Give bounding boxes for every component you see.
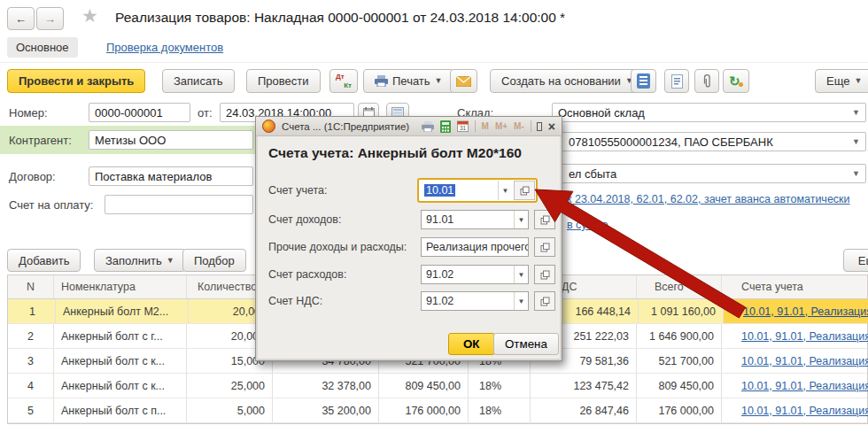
add-row-button[interactable]: Добавить (7, 249, 81, 272)
open-button[interactable] (534, 210, 555, 229)
vat-in-sum-link[interactable]: в сумме (567, 219, 608, 231)
other-income-expenses-input[interactable]: Реализация прочего▼ (421, 237, 529, 257)
memory-mminus-button[interactable]: M- (514, 121, 524, 131)
post-button[interactable]: Провести (246, 69, 321, 93)
chevron-down-icon[interactable]: ▼ (514, 266, 528, 283)
print-button[interactable]: Печать▼ (363, 69, 454, 93)
paperclip-icon (701, 74, 712, 89)
table-cell-total[interactable]: 176 000,00 (637, 398, 722, 422)
table-more-button[interactable]: Еще (843, 249, 868, 272)
table-cell-vat[interactable]: 123 475,42 (531, 374, 637, 398)
close-icon[interactable]: × (548, 120, 555, 133)
chevron-down-icon[interactable]: ▼ (849, 108, 860, 117)
open-button[interactable] (534, 265, 555, 284)
debit-credit-button[interactable]: ДтКт (329, 69, 358, 93)
table-cell-sum[interactable]: 176 000,00 (379, 398, 469, 422)
table-cell-vat[interactable]: 26 847,46 (531, 398, 637, 422)
table-cell-qty[interactable]: 25,000 (187, 374, 273, 398)
accounts-link[interactable]: 10.01, 91.01, Реализация (741, 405, 868, 417)
table-cell-total[interactable]: 521 700,00 (637, 349, 722, 373)
save-button[interactable]: Записать (162, 69, 235, 93)
income-account-input[interactable]: 91.01▼ (421, 210, 529, 229)
table-cell-n[interactable]: 1 (10, 299, 56, 323)
tab-check-documents[interactable]: Проверка документов (106, 41, 223, 54)
account-input[interactable]: 10.01 ▼ (420, 181, 512, 200)
settlements-link[interactable]: к 23.04.2018, 62.01, 62.02, зачет аванса… (567, 193, 850, 205)
tab-main[interactable]: Основное (7, 37, 78, 58)
table-cell-n[interactable]: 3 (8, 349, 54, 373)
accounts-link[interactable]: 10.01, 91.01, Реализация (743, 305, 868, 318)
chevron-down-icon[interactable]: ▼ (849, 137, 860, 146)
table-cell-sum[interactable]: 809 450,00 (379, 374, 469, 398)
table-cell-accounts: 10.01, 91.01, Реализация (722, 374, 868, 398)
chevron-down-icon[interactable]: ▼ (849, 169, 860, 178)
history-button[interactable]: ↻ (723, 69, 749, 93)
number-label: Номер: (9, 106, 48, 120)
back-button[interactable]: ← (7, 7, 35, 30)
table-cell-n[interactable]: 2 (8, 324, 54, 348)
more-button[interactable]: Еще▼ (815, 69, 868, 93)
fill-button[interactable]: Заполнить▼ (94, 249, 186, 272)
app-window: ← → ★ Реализация товаров: Накладная 0000… (0, 0, 868, 425)
create-based-on-button[interactable]: Создать на основании▼ (490, 69, 645, 93)
document-check-button[interactable] (664, 69, 689, 93)
dialog-titlebar[interactable]: Счета ... (1С:Предприятие) 31 M M+ M- × (256, 117, 562, 136)
expense-account-input[interactable]: 91.02▼ (421, 265, 529, 284)
chevron-down-icon[interactable]: ▼ (514, 292, 528, 310)
accounts-link[interactable]: 10.01, 91.01, Реализация (741, 355, 868, 367)
table-cell-name[interactable]: Анкерный болт с к... (54, 349, 187, 373)
open-button[interactable] (534, 291, 555, 311)
dialog-print-icon[interactable] (422, 121, 434, 132)
warehouse-field[interactable]: Основной склад▼ (552, 103, 866, 122)
memory-m-button[interactable]: M (482, 121, 489, 131)
column-header[interactable]: N (8, 275, 54, 298)
payment-invoice-field[interactable] (105, 195, 253, 214)
account-field-focused: 10.01 ▼ (417, 178, 538, 203)
column-header[interactable]: Счета учета (722, 275, 868, 298)
table-cell-name[interactable]: Анкерный болт М2... (56, 299, 189, 323)
memory-mplus-button[interactable]: M+ (495, 121, 508, 131)
open-button[interactable] (514, 181, 535, 200)
column-header[interactable]: Всего (637, 275, 722, 298)
table-row[interactable]: 5Анкерный болт с п...5,00035 200,00176 0… (8, 398, 867, 423)
table-cell-total[interactable]: 1 091 160,00 (639, 299, 724, 323)
send-email-button[interactable] (450, 69, 477, 93)
vat-account-label: Счет НДС: (268, 295, 322, 307)
chevron-down-icon[interactable]: ▼ (514, 211, 528, 228)
bank-account-field[interactable]: 07810555000001234, ПАО СБЕРБАНК▼ (552, 132, 866, 151)
contragent-field[interactable]: Метизы ООО (89, 130, 253, 150)
attachments-button[interactable] (694, 69, 719, 93)
number-field[interactable]: 0000-000001 (89, 103, 190, 122)
maximize-icon[interactable] (537, 122, 542, 131)
table-cell-n[interactable]: 4 (8, 374, 54, 398)
table-cell-name[interactable]: Анкерный болт с п... (54, 398, 187, 422)
chevron-down-icon[interactable]: ▼ (498, 181, 512, 200)
cancel-button[interactable]: Отмена (493, 333, 559, 355)
table-cell-n[interactable]: 5 (8, 398, 54, 422)
forward-button[interactable]: → (36, 7, 64, 30)
table-cell-qty[interactable]: 5,000 (187, 398, 273, 422)
favorite-star-icon[interactable]: ★ (81, 5, 98, 27)
table-cell-price[interactable]: 35 200,00 (273, 398, 379, 422)
calendar-31-icon[interactable]: 31 (457, 120, 469, 132)
table-cell-name[interactable]: Анкерный болт с к... (54, 374, 187, 398)
accounts-link[interactable]: 10.01, 91.01, Реализация (741, 380, 868, 392)
reports-button[interactable] (631, 69, 656, 93)
accounts-link[interactable]: 10.01, 91.01, Реализация (741, 330, 868, 343)
table-cell-total[interactable]: 809 450,00 (637, 374, 722, 398)
pick-button[interactable]: Подбор (182, 249, 246, 272)
table-cell-vat_pct[interactable]: 18% (469, 398, 531, 422)
column-header[interactable]: Номенклатура (54, 275, 187, 298)
contract-field[interactable]: Поставка материалов (89, 166, 253, 186)
vat-account-input[interactable]: 91.02▼ (421, 291, 529, 311)
calculator-icon[interactable] (440, 120, 451, 133)
ok-button[interactable]: ОК (448, 333, 495, 355)
open-button[interactable] (534, 237, 555, 257)
department-field[interactable]: ел сбыта▼ (552, 164, 866, 183)
table-cell-price[interactable]: 32 378,00 (273, 374, 379, 398)
table-row[interactable]: 4Анкерный болт с к...25,00032 378,00809 … (8, 374, 867, 398)
table-cell-name[interactable]: Анкерный болт с г... (54, 324, 187, 348)
post-and-close-button[interactable]: Провести и закрыть (7, 69, 145, 93)
table-cell-total[interactable]: 1 646 900,00 (637, 324, 722, 348)
table-cell-vat_pct[interactable]: 18% (469, 374, 531, 398)
